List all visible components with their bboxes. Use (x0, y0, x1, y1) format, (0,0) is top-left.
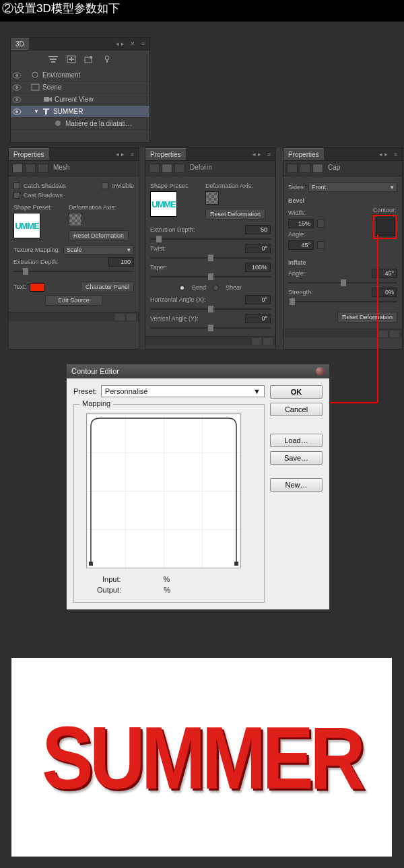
svg-point-14 (15, 86, 18, 89)
panel-tab-properties[interactable]: Properties (9, 148, 49, 160)
footer-icon[interactable] (127, 314, 136, 321)
new-button[interactable]: New… (270, 478, 323, 492)
shape-preset-swatch[interactable]: UMME (13, 213, 40, 238)
extrusion-depth-field[interactable]: 50 (245, 225, 271, 234)
deform-axis-swatch[interactable] (205, 191, 219, 205)
expand-arrow-icon[interactable]: ▼ (34, 108, 39, 114)
type-icon[interactable] (287, 164, 298, 173)
svg-rect-25 (234, 562, 238, 566)
taper-slider[interactable] (150, 276, 271, 277)
camera-icon (43, 96, 52, 103)
reset-deformation-button[interactable]: Reset Deformation (205, 209, 265, 220)
h-angle-slider[interactable] (150, 308, 271, 310)
shape-preset-swatch[interactable]: UMME (150, 191, 177, 217)
render-icon[interactable] (83, 55, 94, 64)
panel-tab-properties[interactable]: Properties (283, 148, 324, 160)
light-icon[interactable] (102, 55, 112, 64)
text-color-swatch[interactable] (30, 283, 44, 292)
footer-icon[interactable] (252, 338, 261, 345)
character-panel-button[interactable]: Character Panel (81, 281, 134, 292)
panel-menu-icon[interactable]: ◂▸ ≡ (116, 151, 139, 158)
taper-field[interactable]: 100% (245, 263, 271, 272)
tree-row-summer[interactable]: ▼ SUMMER (11, 106, 149, 118)
type-icon[interactable] (149, 164, 160, 173)
cap-type-icon[interactable] (312, 164, 323, 173)
v-angle-label: Vertical Angle (Y): (150, 315, 199, 322)
panel-properties-mesh: Properties ◂▸ ≡ Mesh Catch Shadows Invis… (8, 147, 139, 349)
visibility-icon[interactable] (12, 107, 22, 116)
properties-type-toolbar: Deform (145, 161, 275, 176)
contour-curve[interactable] (86, 413, 241, 568)
footer-icon[interactable] (115, 314, 125, 321)
type-icon[interactable] (38, 164, 48, 173)
save-button[interactable]: Save… (270, 451, 323, 465)
extrusion-depth-slider[interactable] (150, 238, 271, 240)
visibility-icon[interactable] (12, 83, 22, 92)
invisible-checkbox[interactable] (102, 182, 108, 189)
load-button[interactable]: Load… (270, 434, 323, 447)
v-angle-slider[interactable] (150, 327, 271, 329)
page-heading: ②设置3D模型参数如下 (0, 0, 404, 22)
tree-row-material[interactable]: Matière de la dilatati… (11, 118, 149, 130)
cast-shadows-checkbox[interactable] (13, 192, 20, 199)
shape-preset-label: Shape Preset: (150, 182, 189, 189)
ok-button[interactable]: OK (270, 385, 323, 399)
cancel-button[interactable]: Cancel (270, 403, 323, 416)
visibility-icon[interactable] (12, 119, 22, 129)
text-label: Text: (13, 283, 26, 290)
panel-menu-icon[interactable]: ◂▸ ≡ (252, 151, 275, 158)
svg-rect-24 (89, 562, 93, 566)
footer-icon[interactable] (390, 331, 399, 337)
reset-deformation-button[interactable]: Reset Deformation (69, 230, 129, 241)
mapping-fieldset: Mapping Input: % Output: % (73, 404, 265, 603)
width-field[interactable]: 15% (288, 219, 314, 228)
shear-radio[interactable] (213, 285, 219, 291)
twist-field[interactable]: 0° (245, 244, 271, 253)
tree-row-current-view[interactable]: Current View (11, 94, 149, 106)
type-icon[interactable] (174, 164, 185, 173)
output-label: Output: (97, 586, 121, 594)
texture-mapping-dropdown[interactable]: Scale▾ (63, 245, 134, 255)
visibility-icon[interactable] (12, 95, 22, 104)
angle-field[interactable]: 45° (288, 240, 314, 250)
strength-field[interactable]: 0% (372, 288, 397, 297)
mesh-type-icon[interactable] (12, 164, 23, 173)
type-icon[interactable] (300, 164, 310, 173)
strength-slider[interactable] (288, 301, 397, 302)
footer-icon[interactable] (263, 338, 273, 345)
svg-rect-15 (32, 84, 39, 90)
tree-row-environment[interactable]: Environment (11, 69, 149, 81)
visibility-icon[interactable] (12, 71, 22, 80)
bend-radio[interactable] (179, 285, 185, 291)
extrusion-depth-slider[interactable] (13, 271, 134, 272)
panel-tab-3d[interactable]: 3D (11, 38, 29, 50)
footer-icon[interactable] (378, 331, 388, 337)
filter-icon[interactable] (48, 55, 59, 64)
v-angle-field[interactable]: 0° (245, 314, 271, 323)
angle-label: Angle: (288, 231, 306, 238)
tree-row-scene[interactable]: Scene (11, 81, 149, 94)
link-icon[interactable] (317, 220, 325, 228)
twist-slider[interactable] (150, 257, 271, 259)
deform-axis-swatch[interactable] (69, 213, 82, 226)
inf-angle-slider[interactable] (288, 282, 397, 283)
h-angle-field[interactable]: 0° (245, 295, 271, 304)
reset-deformation-button[interactable]: Reset Deformation (337, 312, 397, 323)
type-icon[interactable] (25, 164, 36, 173)
add-icon[interactable] (66, 55, 77, 64)
deform-type-icon[interactable] (162, 164, 172, 173)
taper-label: Taper: (150, 264, 167, 271)
scene-icon (31, 84, 40, 91)
edit-source-button[interactable]: Edit Source (45, 295, 102, 306)
sides-dropdown[interactable]: Front▾ (308, 182, 397, 192)
svg-rect-18 (44, 97, 49, 102)
preset-dropdown[interactable]: Personnalisé▼ (101, 385, 265, 397)
contour-swatch[interactable] (376, 218, 395, 236)
panel-tab-properties[interactable]: Properties (145, 148, 186, 160)
catch-shadows-checkbox[interactable] (13, 182, 20, 189)
extrusion-depth-field[interactable]: 100 (108, 257, 134, 267)
panel-menu-icon[interactable]: ◂▸ ≡ (379, 151, 402, 158)
link-icon[interactable] (317, 241, 325, 249)
inf-angle-field[interactable]: 45° (372, 269, 397, 278)
panel-menu-icon[interactable]: ◂▸ ✕ ≡ (116, 40, 149, 47)
